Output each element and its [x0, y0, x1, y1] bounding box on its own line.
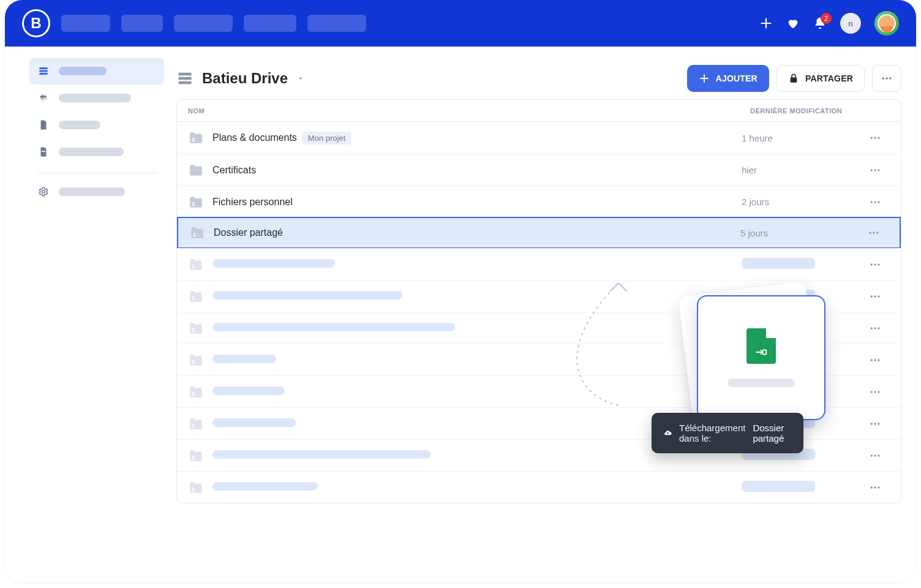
svg-point-27	[873, 232, 874, 233]
folder-row-placeholder[interactable]	[177, 312, 901, 344]
row-more-button[interactable]	[860, 164, 890, 176]
folder-icon	[188, 352, 204, 368]
folder-icon	[188, 257, 204, 273]
folder-icon	[188, 162, 204, 178]
table-header: NOM DERNIÈRE MODIFICATION	[177, 100, 901, 122]
folder-date: 2 jours	[742, 197, 852, 207]
folder-icon	[188, 194, 204, 210]
row-name-placeholder	[212, 355, 276, 363]
row-name-placeholder	[212, 418, 296, 427]
svg-rect-40	[192, 330, 195, 331]
svg-point-18	[878, 169, 879, 171]
svg-point-19	[192, 202, 194, 203]
svg-rect-0	[39, 67, 48, 69]
file-icon	[38, 119, 49, 130]
svg-rect-30	[192, 266, 195, 268]
nav-item-placeholder[interactable]	[174, 15, 233, 32]
add-icon[interactable]	[759, 17, 773, 30]
sidebar-item-settings[interactable]	[29, 178, 164, 205]
row-more-button[interactable]	[860, 418, 890, 430]
sidebar-item-label	[59, 94, 131, 102]
svg-rect-65	[192, 489, 195, 491]
svg-point-63	[878, 454, 879, 456]
nav-item-placeholder[interactable]	[61, 15, 110, 32]
sidebar	[5, 58, 169, 583]
row-more-button[interactable]	[860, 322, 890, 334]
dropdown-caret-icon[interactable]	[296, 74, 305, 83]
svg-rect-1	[39, 70, 48, 72]
folder-row-placeholder[interactable]	[177, 375, 901, 407]
drive-icon	[38, 66, 49, 77]
svg-rect-3	[42, 151, 45, 153]
cloud-upload-icon	[664, 426, 672, 440]
row-more-button[interactable]	[859, 227, 889, 239]
upload-toast: Téléchargement dans le: Dossier partagé	[652, 413, 803, 453]
nav-item-placeholder[interactable]	[307, 15, 366, 32]
svg-rect-35	[192, 298, 195, 300]
add-button[interactable]: AJOUTER	[687, 65, 769, 92]
svg-point-61	[871, 454, 873, 456]
row-more-button[interactable]	[860, 386, 890, 398]
svg-point-34	[192, 296, 194, 298]
folder-row[interactable]: Fichiers personnel2 jours	[177, 186, 901, 217]
svg-point-17	[874, 169, 876, 171]
folder-icon	[188, 130, 204, 146]
sidebar-item-docs[interactable]	[29, 138, 164, 165]
folder-row-placeholder[interactable]	[177, 280, 901, 312]
folder-row[interactable]: Dossier partagé5 jours	[177, 217, 901, 249]
sidebar-item-drive[interactable]	[29, 58, 164, 85]
user-avatar[interactable]	[874, 11, 899, 36]
row-date-placeholder	[742, 353, 815, 364]
svg-point-11	[192, 137, 194, 139]
more-actions-button[interactable]	[872, 65, 901, 92]
sidebar-separator	[37, 173, 157, 173]
bell-icon[interactable]: 2	[813, 17, 827, 30]
svg-point-39	[192, 328, 194, 330]
svg-point-8	[882, 77, 884, 79]
row-date-placeholder	[742, 322, 815, 333]
app-logo[interactable]: B	[22, 9, 50, 37]
folder-row[interactable]: Certificatshier	[177, 154, 901, 186]
page-title: Batieu Drive	[202, 70, 288, 87]
nav-item-placeholder[interactable]	[121, 15, 163, 32]
heart-icon[interactable]	[786, 17, 800, 30]
svg-point-36	[871, 295, 873, 297]
row-more-button[interactable]	[860, 354, 890, 366]
row-more-button[interactable]	[860, 290, 890, 303]
share-button-label: PARTAGER	[805, 74, 853, 83]
folder-date: 1 heure	[742, 133, 852, 143]
svg-rect-25	[194, 235, 196, 236]
row-name-placeholder	[212, 482, 318, 491]
row-date-placeholder	[742, 481, 815, 492]
row-more-button[interactable]	[860, 258, 890, 271]
row-date-placeholder	[742, 290, 815, 301]
svg-point-28	[876, 232, 878, 233]
row-date-placeholder	[742, 258, 815, 269]
row-more-button[interactable]	[860, 450, 890, 462]
document-icon	[38, 146, 49, 157]
gear-icon	[38, 186, 49, 197]
svg-point-67	[874, 486, 876, 488]
svg-rect-20	[192, 204, 195, 205]
svg-point-29	[192, 264, 194, 266]
folder-row[interactable]: Plans & documentsMon projet1 heure	[177, 122, 901, 154]
secondary-avatar[interactable]: n	[840, 13, 861, 34]
sidebar-item-shared[interactable]	[29, 85, 164, 111]
folder-icon	[188, 288, 204, 304]
folder-date: 5 jours	[740, 228, 851, 238]
share-button[interactable]: PARTAGER	[776, 65, 865, 92]
svg-point-47	[874, 359, 876, 361]
folder-row-placeholder[interactable]	[177, 344, 901, 375]
folder-row-placeholder[interactable]	[177, 471, 901, 503]
row-more-button[interactable]	[860, 481, 890, 494]
svg-point-62	[874, 454, 876, 456]
sidebar-item-files[interactable]	[29, 111, 164, 138]
nav-item-placeholder[interactable]	[244, 15, 296, 32]
folder-name: Plans & documents	[212, 132, 297, 143]
row-more-button[interactable]	[860, 196, 890, 208]
folder-row-placeholder[interactable]	[177, 248, 901, 280]
folder-name: Fichiers personnel	[212, 197, 293, 207]
svg-point-52	[874, 391, 876, 393]
row-more-button[interactable]	[860, 132, 890, 144]
svg-point-42	[874, 327, 876, 329]
